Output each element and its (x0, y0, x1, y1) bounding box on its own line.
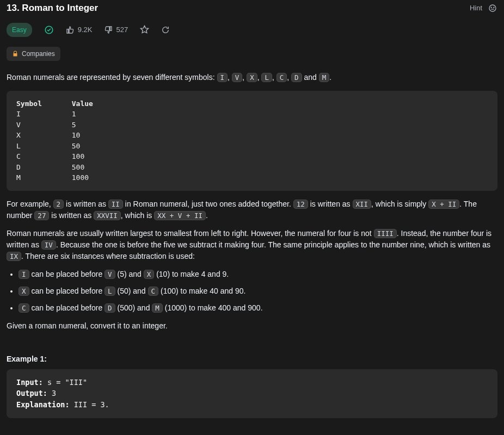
list-item: X can be placed before L (50) and C (100… (19, 285, 497, 297)
svg-point-0 (489, 5, 496, 11)
solved-check-icon (44, 25, 54, 35)
task-paragraph: Given a roman numeral, convert it to an … (7, 320, 497, 332)
svg-point-1 (491, 7, 491, 8)
symbol-table: Symbol Value I 1 V 5 X 10 L 50 C 100 D 5… (7, 91, 497, 191)
lock-icon (12, 51, 19, 57)
list-item: C can be placed before D (500) and M (10… (19, 302, 497, 314)
share-icon (161, 26, 170, 34)
share-button[interactable] (161, 26, 170, 34)
example-1-label: Example 1: (7, 353, 497, 365)
difficulty-badge: Easy (7, 23, 32, 37)
svg-point-2 (494, 7, 494, 8)
thumbs-up-icon (66, 26, 75, 34)
dislikes-button[interactable]: 527 (104, 24, 128, 35)
companies-label: Companies (22, 49, 55, 59)
rules-list: I can be placed before V (5) and X (10) … (7, 269, 497, 314)
subtraction-paragraph: Roman numerals are usually written large… (7, 228, 497, 262)
intro-paragraph: Roman numerals are represented by seven … (7, 72, 497, 83)
likes-count: 9.2K (78, 24, 93, 35)
favorite-button[interactable] (140, 25, 149, 34)
thumbs-down-icon (104, 26, 113, 34)
feedback-icon[interactable] (488, 3, 497, 13)
example-paragraph: For example, 2 is written as II in Roman… (7, 198, 497, 221)
problem-title: 13. Roman to Integer (7, 1, 98, 15)
list-item: I can be placed before V (5) and X (10) … (19, 269, 497, 280)
star-icon (140, 25, 149, 34)
hint-label[interactable]: Hint (470, 3, 482, 14)
companies-tag[interactable]: Companies (7, 47, 60, 61)
likes-button[interactable]: 9.2K (66, 24, 93, 35)
dislikes-count: 527 (116, 24, 128, 35)
example-1-block: Input: s = "III" Output: 3 Explanation: … (7, 369, 497, 419)
